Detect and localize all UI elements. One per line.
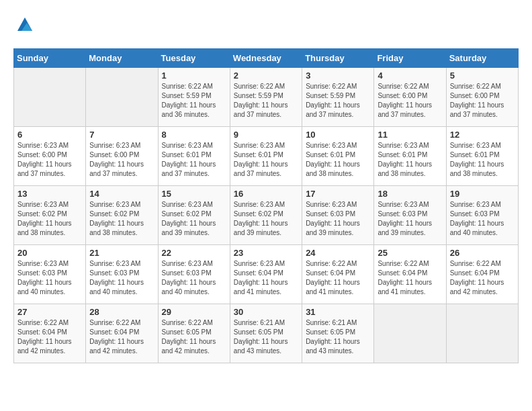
calendar-cell (86, 68, 158, 127)
day-info: Sunrise: 6:23 AMSunset: 6:03 PMDaylight:… (450, 200, 515, 238)
day-number: 31 (306, 307, 370, 317)
calendar-cell (374, 304, 446, 363)
calendar-cell: 30Sunrise: 6:21 AMSunset: 6:05 PMDayligh… (230, 304, 302, 363)
day-number: 3 (306, 71, 370, 81)
day-info: Sunrise: 6:23 AMSunset: 6:02 PMDaylight:… (162, 200, 226, 238)
weekday-header-thursday: Thursday (302, 49, 374, 68)
day-number: 23 (234, 248, 298, 258)
day-info: Sunrise: 6:23 AMSunset: 6:03 PMDaylight:… (378, 200, 442, 238)
page-header (13, 13, 519, 38)
calendar-cell: 7Sunrise: 6:23 AMSunset: 6:00 PMDaylight… (86, 127, 158, 186)
day-number: 11 (378, 130, 442, 140)
calendar-cell: 28Sunrise: 6:22 AMSunset: 6:04 PMDayligh… (86, 304, 158, 363)
day-info: Sunrise: 6:22 AMSunset: 6:04 PMDaylight:… (17, 318, 82, 356)
day-number: 17 (306, 189, 370, 199)
calendar-cell: 16Sunrise: 6:23 AMSunset: 6:02 PMDayligh… (230, 186, 302, 245)
day-info: Sunrise: 6:23 AMSunset: 6:03 PMDaylight:… (162, 259, 226, 297)
calendar-cell: 23Sunrise: 6:23 AMSunset: 6:04 PMDayligh… (230, 245, 302, 304)
calendar-cell: 14Sunrise: 6:23 AMSunset: 6:02 PMDayligh… (86, 186, 158, 245)
day-info: Sunrise: 6:22 AMSunset: 6:05 PMDaylight:… (162, 318, 226, 356)
day-number: 26 (450, 248, 515, 258)
calendar-cell: 25Sunrise: 6:22 AMSunset: 6:04 PMDayligh… (374, 245, 446, 304)
day-number: 22 (162, 248, 226, 258)
day-info: Sunrise: 6:23 AMSunset: 6:02 PMDaylight:… (89, 200, 154, 238)
day-info: Sunrise: 6:23 AMSunset: 6:00 PMDaylight:… (17, 141, 82, 179)
calendar-cell: 11Sunrise: 6:23 AMSunset: 6:01 PMDayligh… (374, 127, 446, 186)
calendar-week-3: 13Sunrise: 6:23 AMSunset: 6:02 PMDayligh… (14, 186, 519, 245)
day-number: 1 (162, 71, 226, 81)
day-info: Sunrise: 6:23 AMSunset: 6:03 PMDaylight:… (17, 259, 82, 297)
weekday-header-friday: Friday (374, 49, 446, 68)
day-number: 7 (89, 130, 154, 140)
day-number: 24 (306, 248, 370, 258)
calendar-cell (14, 68, 86, 127)
day-number: 4 (378, 71, 442, 81)
calendar-cell: 2Sunrise: 6:22 AMSunset: 5:59 PMDaylight… (230, 68, 302, 127)
calendar-cell: 15Sunrise: 6:23 AMSunset: 6:02 PMDayligh… (158, 186, 230, 245)
calendar-cell: 8Sunrise: 6:23 AMSunset: 6:01 PMDaylight… (158, 127, 230, 186)
day-info: Sunrise: 6:22 AMSunset: 6:04 PMDaylight:… (306, 259, 370, 297)
calendar-cell: 17Sunrise: 6:23 AMSunset: 6:03 PMDayligh… (302, 186, 374, 245)
day-number: 2 (234, 71, 298, 81)
calendar-cell: 27Sunrise: 6:22 AMSunset: 6:04 PMDayligh… (14, 304, 86, 363)
day-info: Sunrise: 6:23 AMSunset: 6:01 PMDaylight:… (234, 141, 298, 179)
day-info: Sunrise: 6:23 AMSunset: 6:01 PMDaylight:… (306, 141, 370, 179)
calendar-cell: 22Sunrise: 6:23 AMSunset: 6:03 PMDayligh… (158, 245, 230, 304)
logo (13, 13, 35, 38)
day-info: Sunrise: 6:23 AMSunset: 6:03 PMDaylight:… (306, 200, 370, 238)
calendar-week-2: 6Sunrise: 6:23 AMSunset: 6:00 PMDaylight… (14, 127, 519, 186)
calendar-cell: 24Sunrise: 6:22 AMSunset: 6:04 PMDayligh… (302, 245, 374, 304)
calendar-cell: 29Sunrise: 6:22 AMSunset: 6:05 PMDayligh… (158, 304, 230, 363)
day-info: Sunrise: 6:23 AMSunset: 6:01 PMDaylight:… (162, 141, 226, 179)
day-info: Sunrise: 6:23 AMSunset: 6:00 PMDaylight:… (89, 141, 154, 179)
day-number: 28 (89, 307, 154, 317)
day-number: 21 (89, 248, 154, 258)
day-info: Sunrise: 6:23 AMSunset: 6:02 PMDaylight:… (234, 200, 298, 238)
day-number: 14 (89, 189, 154, 199)
day-info: Sunrise: 6:23 AMSunset: 6:03 PMDaylight:… (89, 259, 154, 297)
calendar-cell: 5Sunrise: 6:22 AMSunset: 6:00 PMDaylight… (446, 68, 518, 127)
day-number: 9 (234, 130, 298, 140)
day-info: Sunrise: 6:23 AMSunset: 6:01 PMDaylight:… (378, 141, 442, 179)
calendar-cell: 12Sunrise: 6:23 AMSunset: 6:01 PMDayligh… (446, 127, 518, 186)
day-number: 8 (162, 130, 226, 140)
day-number: 20 (17, 248, 82, 258)
weekday-header-row: SundayMondayTuesdayWednesdayThursdayFrid… (14, 49, 519, 68)
calendar-cell: 13Sunrise: 6:23 AMSunset: 6:02 PMDayligh… (14, 186, 86, 245)
logo-icon (15, 13, 35, 34)
day-info: Sunrise: 6:22 AMSunset: 6:00 PMDaylight:… (450, 82, 515, 120)
calendar-cell: 4Sunrise: 6:22 AMSunset: 6:00 PMDaylight… (374, 68, 446, 127)
calendar-cell: 31Sunrise: 6:21 AMSunset: 6:05 PMDayligh… (302, 304, 374, 363)
day-number: 13 (17, 189, 82, 199)
day-info: Sunrise: 6:22 AMSunset: 5:59 PMDaylight:… (234, 82, 298, 120)
calendar-cell: 19Sunrise: 6:23 AMSunset: 6:03 PMDayligh… (446, 186, 518, 245)
calendar-cell (446, 304, 518, 363)
day-number: 27 (17, 307, 82, 317)
calendar-cell: 26Sunrise: 6:22 AMSunset: 6:04 PMDayligh… (446, 245, 518, 304)
calendar-week-1: 1Sunrise: 6:22 AMSunset: 5:59 PMDaylight… (14, 68, 519, 127)
weekday-header-monday: Monday (86, 49, 158, 68)
day-info: Sunrise: 6:22 AMSunset: 6:00 PMDaylight:… (378, 82, 442, 120)
day-number: 30 (234, 307, 298, 317)
day-info: Sunrise: 6:23 AMSunset: 6:01 PMDaylight:… (450, 141, 515, 179)
day-info: Sunrise: 6:22 AMSunset: 6:04 PMDaylight:… (378, 259, 442, 297)
weekday-header-saturday: Saturday (446, 49, 518, 68)
weekday-header-wednesday: Wednesday (230, 49, 302, 68)
day-info: Sunrise: 6:22 AMSunset: 6:04 PMDaylight:… (450, 259, 515, 297)
day-info: Sunrise: 6:21 AMSunset: 6:05 PMDaylight:… (306, 318, 370, 356)
day-number: 25 (378, 248, 442, 258)
day-info: Sunrise: 6:22 AMSunset: 6:04 PMDaylight:… (89, 318, 154, 356)
day-number: 5 (450, 71, 515, 81)
day-number: 18 (378, 189, 442, 199)
calendar-cell: 10Sunrise: 6:23 AMSunset: 6:01 PMDayligh… (302, 127, 374, 186)
calendar-cell: 20Sunrise: 6:23 AMSunset: 6:03 PMDayligh… (14, 245, 86, 304)
calendar-cell: 1Sunrise: 6:22 AMSunset: 5:59 PMDaylight… (158, 68, 230, 127)
calendar-week-4: 20Sunrise: 6:23 AMSunset: 6:03 PMDayligh… (14, 245, 519, 304)
day-info: Sunrise: 6:23 AMSunset: 6:04 PMDaylight:… (234, 259, 298, 297)
day-number: 19 (450, 189, 515, 199)
calendar-cell: 9Sunrise: 6:23 AMSunset: 6:01 PMDaylight… (230, 127, 302, 186)
day-info: Sunrise: 6:22 AMSunset: 5:59 PMDaylight:… (306, 82, 370, 120)
day-info: Sunrise: 6:21 AMSunset: 6:05 PMDaylight:… (234, 318, 298, 356)
calendar-table: SundayMondayTuesdayWednesdayThursdayFrid… (13, 48, 519, 363)
calendar-body: 1Sunrise: 6:22 AMSunset: 5:59 PMDaylight… (14, 68, 519, 363)
